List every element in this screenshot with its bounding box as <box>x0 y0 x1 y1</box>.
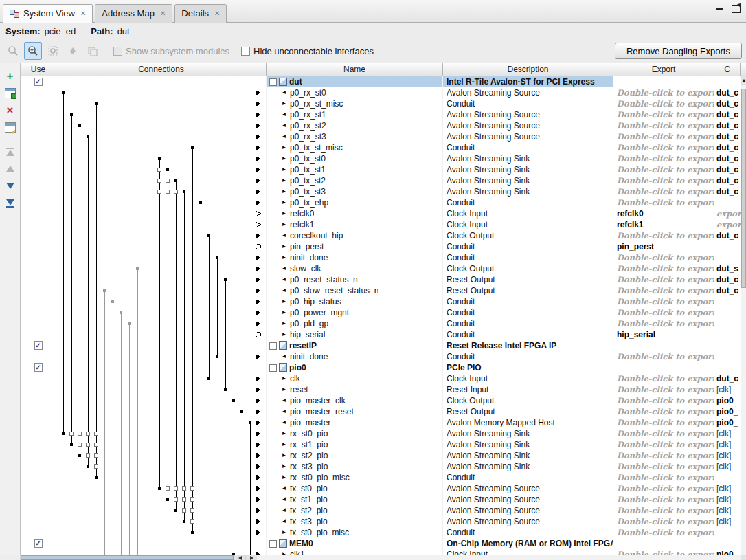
use-cell[interactable] <box>21 428 56 439</box>
scroll-left-button[interactable] <box>234 555 245 560</box>
export-cell[interactable]: Double-click to export <box>613 384 714 395</box>
clock-cell[interactable]: dut_c <box>714 142 741 153</box>
interface-row-rx_st3_pio[interactable]: ►rx_st3_pioAvalon Streaming SinkDouble-c… <box>21 461 741 472</box>
clock-cell[interactable]: pio0_ <box>714 406 741 417</box>
export-cell[interactable]: Double-click to export <box>613 461 714 472</box>
expander-icon[interactable] <box>269 342 277 350</box>
clock-cell[interactable]: [clk] <box>714 428 741 439</box>
interface-row-p0_tx_st1[interactable]: ►p0_tx_st1Avalon Streaming SinkDouble-cl… <box>21 164 741 175</box>
name-cell[interactable]: ◄ninit_done <box>267 351 443 362</box>
use-cell[interactable] <box>21 131 56 142</box>
interface-row-coreclkout_hip[interactable]: ◄coreclkout_hipClock OutputDouble-click … <box>21 230 741 241</box>
connections-cell[interactable] <box>56 175 267 186</box>
connections-cell[interactable] <box>56 450 267 461</box>
use-cell[interactable] <box>21 153 56 164</box>
clock-cell[interactable] <box>714 538 741 549</box>
connections-cell[interactable] <box>56 494 267 505</box>
interface-row-slow_clk[interactable]: ◄slow_clkClock OutputDouble-click to exp… <box>21 263 741 274</box>
export-cell[interactable]: Double-click to export <box>613 98 714 109</box>
clock-cell[interactable]: [clk] <box>714 483 741 494</box>
connections-cell[interactable] <box>56 549 267 555</box>
export-cell[interactable]: Double-click to export <box>613 285 714 296</box>
use-cell[interactable] <box>21 109 56 120</box>
connections-cell[interactable] <box>56 351 267 362</box>
vertical-scroll-track[interactable] <box>741 85 746 555</box>
use-cell[interactable] <box>21 296 56 307</box>
export-cell[interactable]: Double-click to export <box>613 296 714 307</box>
filter-button[interactable] <box>3 120 18 135</box>
name-cell[interactable]: ►clk <box>267 373 443 384</box>
name-cell[interactable]: ◄p0_rx_st2 <box>267 120 443 131</box>
connections-cell[interactable] <box>56 296 267 307</box>
name-cell[interactable]: ►p0_tx_st_misc <box>267 142 443 153</box>
connections-cell[interactable] <box>56 76 267 87</box>
name-cell[interactable]: ►rx_st1_pio <box>267 439 443 450</box>
use-cell[interactable] <box>21 186 56 197</box>
zoom-fit-button[interactable] <box>44 42 62 60</box>
expander-icon[interactable] <box>269 78 277 86</box>
interface-row-pio_master_clk[interactable]: ◄pio_master_clkClock OutputDouble-click … <box>21 395 741 406</box>
use-checkbox[interactable]: ✓ <box>34 341 43 350</box>
name-cell[interactable]: ◄p0_slow_reset_status_n <box>267 285 443 296</box>
interface-row-tx_st1_pio[interactable]: ◄tx_st1_pioAvalon Streaming SourceDouble… <box>21 494 741 505</box>
interface-row-tx_st0_pio_misc[interactable]: ►tx_st0_pio_miscConduitDouble-click to e… <box>21 527 741 538</box>
name-cell[interactable]: ►tx_st0_pio_misc <box>267 527 443 538</box>
connections-cell[interactable] <box>56 120 267 131</box>
use-cell[interactable] <box>21 230 56 241</box>
connections-cell[interactable] <box>56 483 267 494</box>
use-cell[interactable] <box>21 318 56 329</box>
export-cell[interactable]: Double-click to export <box>613 230 714 241</box>
connections-cell[interactable] <box>56 241 267 252</box>
export-cell[interactable]: Double-click to export <box>613 494 714 505</box>
clock-cell[interactable] <box>714 527 741 538</box>
clock-cell[interactable]: dut_c <box>714 98 741 109</box>
clock-cell[interactable] <box>714 351 741 362</box>
name-cell[interactable]: resetIP <box>267 340 443 351</box>
connections-cell[interactable] <box>56 164 267 175</box>
horizontal-scroll-track[interactable] <box>21 555 741 560</box>
interface-row-p0_rx_st_misc[interactable]: ►p0_rx_st_miscConduitDouble-click to exp… <box>21 98 741 109</box>
clock-cell[interactable]: [clk] <box>714 461 741 472</box>
use-cell[interactable] <box>21 164 56 175</box>
clock-cell[interactable] <box>714 472 741 483</box>
name-cell[interactable]: ◄tx_st2_pio <box>267 505 443 516</box>
name-cell[interactable]: ◄tx_st0_pio <box>267 483 443 494</box>
use-cell[interactable] <box>21 395 56 406</box>
use-cell[interactable]: ✓ <box>21 340 56 351</box>
export-cell[interactable]: Double-click to export <box>613 186 714 197</box>
clock-cell[interactable]: expor <box>714 219 741 230</box>
column-header-c[interactable]: C <box>714 63 741 76</box>
export-cell[interactable]: Double-click to export <box>613 307 714 318</box>
use-cell[interactable] <box>21 175 56 186</box>
clock-cell[interactable] <box>714 362 741 373</box>
name-cell[interactable]: ◄tx_st3_pio <box>267 516 443 527</box>
use-cell[interactable] <box>21 472 56 483</box>
clock-cell[interactable] <box>714 197 741 208</box>
float-window-icon[interactable] <box>732 5 741 13</box>
clock-cell[interactable] <box>714 296 741 307</box>
interface-row-rx_st2_pio[interactable]: ►rx_st2_pioAvalon Streaming SinkDouble-c… <box>21 450 741 461</box>
use-cell[interactable] <box>21 208 56 219</box>
use-cell[interactable] <box>21 373 56 384</box>
interface-row-p0_tx_st_misc[interactable]: ►p0_tx_st_miscConduitDouble-click to exp… <box>21 142 741 153</box>
connections-cell[interactable] <box>56 219 267 230</box>
expander-icon[interactable] <box>269 540 277 548</box>
interface-row-ninit_done[interactable]: ►ninit_doneConduitDouble-click to export <box>21 252 741 263</box>
connections-cell[interactable] <box>56 428 267 439</box>
export-cell[interactable]: Double-click to export <box>613 450 714 461</box>
name-cell[interactable]: ◄pio_master_reset <box>267 406 443 417</box>
interface-row-p0_pld_gp[interactable]: ►p0_pld_gpConduitDouble-click to export <box>21 318 741 329</box>
clock-cell[interactable]: dut_s <box>714 263 741 274</box>
interface-row-rx_st0_pio_misc[interactable]: ►rx_st0_pio_miscConduitDouble-click to e… <box>21 472 741 483</box>
export-cell[interactable]: Double-click to export <box>613 406 714 417</box>
interface-row-tx_st3_pio[interactable]: ◄tx_st3_pioAvalon Streaming SourceDouble… <box>21 516 741 527</box>
name-cell[interactable]: ►p0_tx_ehp <box>267 197 443 208</box>
name-cell[interactable]: MEM0 <box>267 538 443 549</box>
use-cell[interactable] <box>21 197 56 208</box>
name-cell[interactable]: ◄p0_reset_status_n <box>267 274 443 285</box>
column-header-connections[interactable]: Connections <box>56 63 267 76</box>
scroll-up-button[interactable] <box>741 76 746 85</box>
interface-row-refclk1[interactable]: ►refclk1Clock Inputrefclk1expor <box>21 219 741 230</box>
tab-details[interactable]: Details✕ <box>174 4 227 23</box>
vertical-scroll-thumb[interactable] <box>741 89 746 288</box>
